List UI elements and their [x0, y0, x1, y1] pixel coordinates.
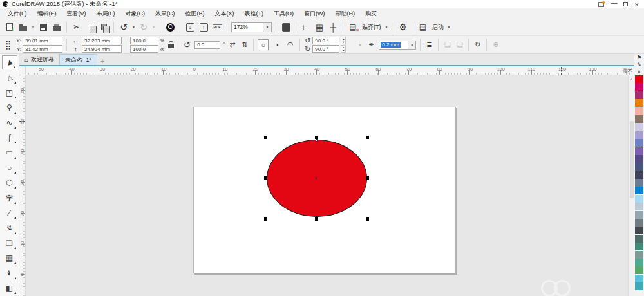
- selection-handle-bottom-right[interactable]: [366, 217, 369, 221]
- menu-item[interactable]: 布局(L): [91, 8, 120, 19]
- palette-swatch[interactable]: [635, 163, 643, 171]
- palette-swatch[interactable]: [635, 91, 643, 99]
- show-rulers-button[interactable]: ∟: [300, 21, 312, 33]
- menu-item[interactable]: 表格(T): [240, 8, 269, 19]
- end-angle-spinner[interactable]: ▴▾: [341, 45, 346, 53]
- menu-item[interactable]: 对象(C): [120, 8, 151, 19]
- eyedropper-tool[interactable]: ✒: [2, 266, 17, 280]
- ellipse-node[interactable]: [316, 139, 318, 142]
- palette-swatch[interactable]: [635, 275, 643, 282]
- freehand-tool[interactable]: ∿: [2, 116, 17, 130]
- object-center-marker[interactable]: ×: [314, 175, 317, 181]
- connector-tool[interactable]: ↯: [2, 221, 17, 235]
- paste-button[interactable]: [98, 21, 109, 33]
- wrap-text-button[interactable]: ≣: [424, 41, 434, 49]
- palette-swatch[interactable]: [635, 139, 643, 147]
- launch-dropdown[interactable]: ▼: [447, 25, 451, 29]
- add-preset-button[interactable]: ⊕: [491, 41, 500, 49]
- export-button[interactable]: ↑: [198, 21, 209, 33]
- outline-width-field[interactable]: 0.2 mm: [379, 41, 408, 50]
- vertical-ruler[interactable]: 6050403020100: [19, 75, 26, 296]
- minimize-button[interactable]: —: [611, 2, 616, 7]
- y-position-field[interactable]: 31.42 mm: [23, 45, 62, 53]
- to-back-button[interactable]: ❏: [455, 41, 464, 49]
- palette-swatch[interactable]: [635, 235, 643, 243]
- launch-icon[interactable]: ▤: [417, 21, 429, 33]
- palette-swatch[interactable]: [635, 259, 643, 266]
- palette-swatch[interactable]: [635, 147, 643, 155]
- palette-scroll-up-icon[interactable]: ∧: [638, 68, 641, 75]
- mirror-horizontal-button[interactable]: ⇄: [227, 41, 237, 49]
- x-position-field[interactable]: 39.81 mm: [23, 37, 62, 44]
- arc-mode-button[interactable]: ◠: [285, 39, 296, 50]
- palette-swatch[interactable]: [635, 99, 643, 107]
- options-gear-button[interactable]: ⚙: [397, 21, 409, 33]
- selection-handle-middle-right[interactable]: [366, 176, 369, 180]
- scroll-up-icon[interactable]: ∧: [630, 75, 632, 82]
- zoom-level-combo[interactable]: 172% ▼: [231, 22, 272, 32]
- polygon-tool[interactable]: ⬡: [2, 176, 17, 190]
- scrollbar-thumb[interactable]: [630, 121, 634, 198]
- copy-button[interactable]: [84, 21, 96, 33]
- transparency-tool[interactable]: ▦: [2, 251, 17, 265]
- menu-item[interactable]: 帮助(H): [330, 8, 361, 19]
- menu-item[interactable]: 编辑(E): [32, 8, 62, 19]
- print-button[interactable]: [51, 21, 62, 33]
- convert-to-curves-button[interactable]: ↻: [473, 41, 482, 49]
- lock-ratio-button[interactable]: [168, 44, 174, 48]
- palette-swatch[interactable]: [635, 115, 643, 123]
- scale-y-field[interactable]: 100.0: [130, 45, 158, 53]
- menu-item[interactable]: 工具(O): [269, 8, 299, 19]
- crop-tool[interactable]: ◰: [2, 86, 17, 100]
- palette-eyedropper-icon[interactable]: ✎: [637, 61, 641, 68]
- tab-document[interactable]: 未命名 -1*: [59, 54, 97, 65]
- vertical-scrollbar[interactable]: ∧: [628, 75, 634, 296]
- tab-welcome-screen[interactable]: ⌂ 欢迎屏幕: [19, 54, 59, 65]
- palette-swatch[interactable]: [635, 131, 643, 139]
- zoom-tool[interactable]: ⚲: [2, 100, 17, 115]
- palette-swatch[interactable]: [635, 243, 643, 250]
- pie-mode-button[interactable]: ◔: [271, 39, 282, 50]
- show-guidelines-button[interactable]: ┼: [327, 21, 339, 33]
- palette-swatch[interactable]: [635, 179, 643, 187]
- menu-item[interactable]: 窗口(W): [299, 8, 330, 19]
- menu-item[interactable]: 文本(X): [210, 8, 240, 19]
- start-angle-field[interactable]: 90.0 °: [312, 37, 339, 44]
- selection-handle-bottom-center[interactable]: [315, 217, 318, 221]
- restore-button[interactable]: [623, 2, 628, 6]
- new-tab-button[interactable]: +: [97, 58, 108, 65]
- palette-swatch[interactable]: [635, 266, 643, 274]
- save-button[interactable]: [37, 21, 49, 33]
- dimension-tool[interactable]: ∕: [2, 206, 17, 220]
- snap-off-button[interactable]: ▤×: [347, 21, 359, 33]
- palette-swatch[interactable]: [635, 251, 643, 259]
- drop-shadow-tool[interactable]: ❏: [2, 236, 17, 250]
- search-content-button[interactable]: [164, 21, 176, 33]
- snap-dropdown[interactable]: ▼: [384, 25, 389, 29]
- palette-swatch[interactable]: [635, 203, 643, 210]
- ruler-origin-corner[interactable]: [19, 66, 26, 75]
- shape-tool[interactable]: ▷: [2, 70, 17, 84]
- cut-button[interactable]: ✂: [71, 21, 82, 33]
- snap-menu-label[interactable]: 贴齐(T): [361, 23, 383, 32]
- selection-handle-top-center[interactable]: [315, 136, 318, 139]
- palette-flag-icon[interactable]: ⚑: [637, 54, 641, 61]
- scale-x-field[interactable]: 100.0: [130, 37, 158, 44]
- artistic-media-tool[interactable]: ʃ: [2, 131, 17, 145]
- open-dropdown[interactable]: ▼: [31, 25, 35, 29]
- open-button[interactable]: [17, 21, 29, 33]
- undo-dropdown[interactable]: ▼: [131, 25, 136, 29]
- outline-width-dropdown[interactable]: ▼: [408, 41, 416, 50]
- show-grid-button[interactable]: ▦: [314, 21, 325, 33]
- menu-item[interactable]: 文件(F): [3, 8, 32, 19]
- undo-button[interactable]: ↺: [118, 21, 129, 33]
- menu-item[interactable]: 位图(B): [180, 8, 210, 19]
- outline-width-combo[interactable]: 0.2 mm ▼: [379, 41, 416, 50]
- object-width-field[interactable]: 32.283 mm: [82, 37, 122, 44]
- palette-swatch[interactable]: [635, 282, 643, 290]
- account-icon[interactable]: [598, 2, 604, 7]
- drawing-canvas[interactable]: ×: [26, 75, 628, 296]
- pdf-export-button[interactable]: PDF: [211, 21, 223, 33]
- menu-item[interactable]: 购买: [360, 8, 382, 19]
- palette-swatch[interactable]: [635, 219, 643, 227]
